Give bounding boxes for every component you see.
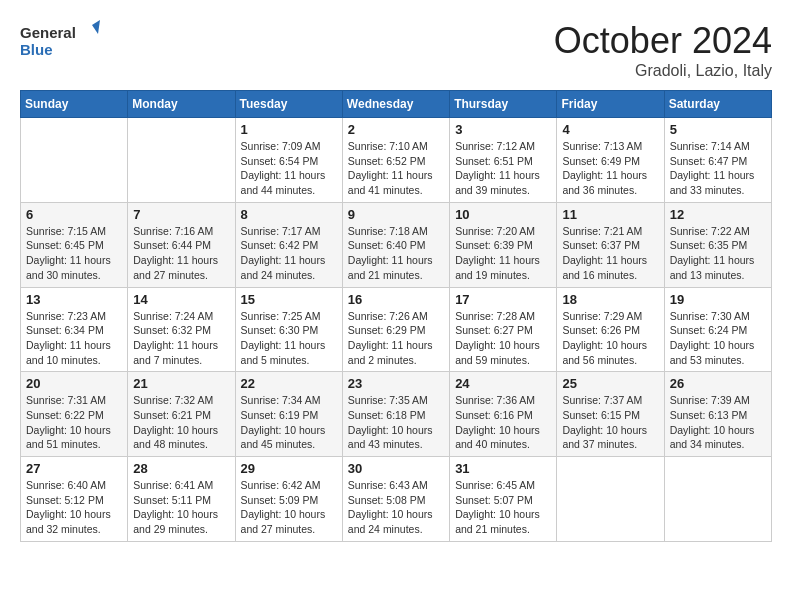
logo-text: General Blue bbox=[20, 20, 100, 64]
calendar-cell bbox=[557, 457, 664, 542]
weekday-header-thursday: Thursday bbox=[450, 91, 557, 118]
day-info: Sunrise: 6:45 AMSunset: 5:07 PMDaylight:… bbox=[455, 478, 551, 537]
title-section: October 2024 Gradoli, Lazio, Italy bbox=[554, 20, 772, 80]
weekday-header-saturday: Saturday bbox=[664, 91, 771, 118]
calendar-cell: 25Sunrise: 7:37 AMSunset: 6:15 PMDayligh… bbox=[557, 372, 664, 457]
day-info: Sunrise: 6:40 AMSunset: 5:12 PMDaylight:… bbox=[26, 478, 122, 537]
day-number: 21 bbox=[133, 376, 229, 391]
day-info: Sunrise: 7:34 AMSunset: 6:19 PMDaylight:… bbox=[241, 393, 337, 452]
month-title: October 2024 bbox=[554, 20, 772, 62]
day-info: Sunrise: 7:25 AMSunset: 6:30 PMDaylight:… bbox=[241, 309, 337, 368]
day-number: 3 bbox=[455, 122, 551, 137]
calendar-cell: 31Sunrise: 6:45 AMSunset: 5:07 PMDayligh… bbox=[450, 457, 557, 542]
day-info: Sunrise: 7:24 AMSunset: 6:32 PMDaylight:… bbox=[133, 309, 229, 368]
day-number: 18 bbox=[562, 292, 658, 307]
day-info: Sunrise: 7:35 AMSunset: 6:18 PMDaylight:… bbox=[348, 393, 444, 452]
day-info: Sunrise: 7:17 AMSunset: 6:42 PMDaylight:… bbox=[241, 224, 337, 283]
weekday-header-friday: Friday bbox=[557, 91, 664, 118]
day-info: Sunrise: 7:21 AMSunset: 6:37 PMDaylight:… bbox=[562, 224, 658, 283]
weekday-header-tuesday: Tuesday bbox=[235, 91, 342, 118]
calendar-cell: 22Sunrise: 7:34 AMSunset: 6:19 PMDayligh… bbox=[235, 372, 342, 457]
day-number: 31 bbox=[455, 461, 551, 476]
day-number: 13 bbox=[26, 292, 122, 307]
day-number: 27 bbox=[26, 461, 122, 476]
day-info: Sunrise: 7:15 AMSunset: 6:45 PMDaylight:… bbox=[26, 224, 122, 283]
day-number: 29 bbox=[241, 461, 337, 476]
calendar-cell: 6Sunrise: 7:15 AMSunset: 6:45 PMDaylight… bbox=[21, 202, 128, 287]
calendar-cell: 27Sunrise: 6:40 AMSunset: 5:12 PMDayligh… bbox=[21, 457, 128, 542]
day-info: Sunrise: 7:18 AMSunset: 6:40 PMDaylight:… bbox=[348, 224, 444, 283]
day-number: 25 bbox=[562, 376, 658, 391]
calendar-table: SundayMondayTuesdayWednesdayThursdayFrid… bbox=[20, 90, 772, 542]
day-info: Sunrise: 7:22 AMSunset: 6:35 PMDaylight:… bbox=[670, 224, 766, 283]
day-number: 4 bbox=[562, 122, 658, 137]
day-info: Sunrise: 7:14 AMSunset: 6:47 PMDaylight:… bbox=[670, 139, 766, 198]
day-info: Sunrise: 7:13 AMSunset: 6:49 PMDaylight:… bbox=[562, 139, 658, 198]
weekday-header-sunday: Sunday bbox=[21, 91, 128, 118]
day-info: Sunrise: 7:31 AMSunset: 6:22 PMDaylight:… bbox=[26, 393, 122, 452]
weekday-header-row: SundayMondayTuesdayWednesdayThursdayFrid… bbox=[21, 91, 772, 118]
calendar-cell: 4Sunrise: 7:13 AMSunset: 6:49 PMDaylight… bbox=[557, 118, 664, 203]
day-info: Sunrise: 7:10 AMSunset: 6:52 PMDaylight:… bbox=[348, 139, 444, 198]
calendar-week-row: 1Sunrise: 7:09 AMSunset: 6:54 PMDaylight… bbox=[21, 118, 772, 203]
calendar-cell: 2Sunrise: 7:10 AMSunset: 6:52 PMDaylight… bbox=[342, 118, 449, 203]
day-number: 17 bbox=[455, 292, 551, 307]
calendar-cell: 5Sunrise: 7:14 AMSunset: 6:47 PMDaylight… bbox=[664, 118, 771, 203]
day-number: 26 bbox=[670, 376, 766, 391]
calendar-cell: 1Sunrise: 7:09 AMSunset: 6:54 PMDaylight… bbox=[235, 118, 342, 203]
day-number: 6 bbox=[26, 207, 122, 222]
calendar-cell: 23Sunrise: 7:35 AMSunset: 6:18 PMDayligh… bbox=[342, 372, 449, 457]
day-number: 2 bbox=[348, 122, 444, 137]
day-number: 15 bbox=[241, 292, 337, 307]
calendar-cell: 12Sunrise: 7:22 AMSunset: 6:35 PMDayligh… bbox=[664, 202, 771, 287]
calendar-cell: 20Sunrise: 7:31 AMSunset: 6:22 PMDayligh… bbox=[21, 372, 128, 457]
day-number: 14 bbox=[133, 292, 229, 307]
day-info: Sunrise: 7:36 AMSunset: 6:16 PMDaylight:… bbox=[455, 393, 551, 452]
calendar-cell: 9Sunrise: 7:18 AMSunset: 6:40 PMDaylight… bbox=[342, 202, 449, 287]
day-info: Sunrise: 7:28 AMSunset: 6:27 PMDaylight:… bbox=[455, 309, 551, 368]
day-number: 24 bbox=[455, 376, 551, 391]
calendar-cell: 19Sunrise: 7:30 AMSunset: 6:24 PMDayligh… bbox=[664, 287, 771, 372]
calendar-cell: 30Sunrise: 6:43 AMSunset: 5:08 PMDayligh… bbox=[342, 457, 449, 542]
day-number: 7 bbox=[133, 207, 229, 222]
calendar-cell: 8Sunrise: 7:17 AMSunset: 6:42 PMDaylight… bbox=[235, 202, 342, 287]
calendar-week-row: 20Sunrise: 7:31 AMSunset: 6:22 PMDayligh… bbox=[21, 372, 772, 457]
svg-text:Blue: Blue bbox=[20, 41, 53, 58]
day-number: 23 bbox=[348, 376, 444, 391]
day-info: Sunrise: 6:42 AMSunset: 5:09 PMDaylight:… bbox=[241, 478, 337, 537]
calendar-cell: 28Sunrise: 6:41 AMSunset: 5:11 PMDayligh… bbox=[128, 457, 235, 542]
day-info: Sunrise: 7:16 AMSunset: 6:44 PMDaylight:… bbox=[133, 224, 229, 283]
calendar-cell: 15Sunrise: 7:25 AMSunset: 6:30 PMDayligh… bbox=[235, 287, 342, 372]
calendar-cell: 24Sunrise: 7:36 AMSunset: 6:16 PMDayligh… bbox=[450, 372, 557, 457]
day-number: 16 bbox=[348, 292, 444, 307]
calendar-cell: 3Sunrise: 7:12 AMSunset: 6:51 PMDaylight… bbox=[450, 118, 557, 203]
day-info: Sunrise: 7:37 AMSunset: 6:15 PMDaylight:… bbox=[562, 393, 658, 452]
day-number: 11 bbox=[562, 207, 658, 222]
logo: General Blue bbox=[20, 20, 100, 64]
day-number: 10 bbox=[455, 207, 551, 222]
day-number: 30 bbox=[348, 461, 444, 476]
calendar-cell: 29Sunrise: 6:42 AMSunset: 5:09 PMDayligh… bbox=[235, 457, 342, 542]
day-number: 9 bbox=[348, 207, 444, 222]
calendar-cell: 26Sunrise: 7:39 AMSunset: 6:13 PMDayligh… bbox=[664, 372, 771, 457]
day-info: Sunrise: 6:41 AMSunset: 5:11 PMDaylight:… bbox=[133, 478, 229, 537]
day-number: 8 bbox=[241, 207, 337, 222]
day-number: 19 bbox=[670, 292, 766, 307]
day-info: Sunrise: 7:20 AMSunset: 6:39 PMDaylight:… bbox=[455, 224, 551, 283]
day-info: Sunrise: 7:29 AMSunset: 6:26 PMDaylight:… bbox=[562, 309, 658, 368]
day-info: Sunrise: 7:26 AMSunset: 6:29 PMDaylight:… bbox=[348, 309, 444, 368]
calendar-cell bbox=[664, 457, 771, 542]
calendar-cell: 14Sunrise: 7:24 AMSunset: 6:32 PMDayligh… bbox=[128, 287, 235, 372]
day-number: 1 bbox=[241, 122, 337, 137]
day-info: Sunrise: 7:30 AMSunset: 6:24 PMDaylight:… bbox=[670, 309, 766, 368]
day-info: Sunrise: 7:09 AMSunset: 6:54 PMDaylight:… bbox=[241, 139, 337, 198]
calendar-cell bbox=[21, 118, 128, 203]
calendar-cell bbox=[128, 118, 235, 203]
day-info: Sunrise: 7:23 AMSunset: 6:34 PMDaylight:… bbox=[26, 309, 122, 368]
day-number: 22 bbox=[241, 376, 337, 391]
calendar-cell: 18Sunrise: 7:29 AMSunset: 6:26 PMDayligh… bbox=[557, 287, 664, 372]
calendar-cell: 13Sunrise: 7:23 AMSunset: 6:34 PMDayligh… bbox=[21, 287, 128, 372]
calendar-cell: 11Sunrise: 7:21 AMSunset: 6:37 PMDayligh… bbox=[557, 202, 664, 287]
day-info: Sunrise: 6:43 AMSunset: 5:08 PMDaylight:… bbox=[348, 478, 444, 537]
calendar-cell: 16Sunrise: 7:26 AMSunset: 6:29 PMDayligh… bbox=[342, 287, 449, 372]
